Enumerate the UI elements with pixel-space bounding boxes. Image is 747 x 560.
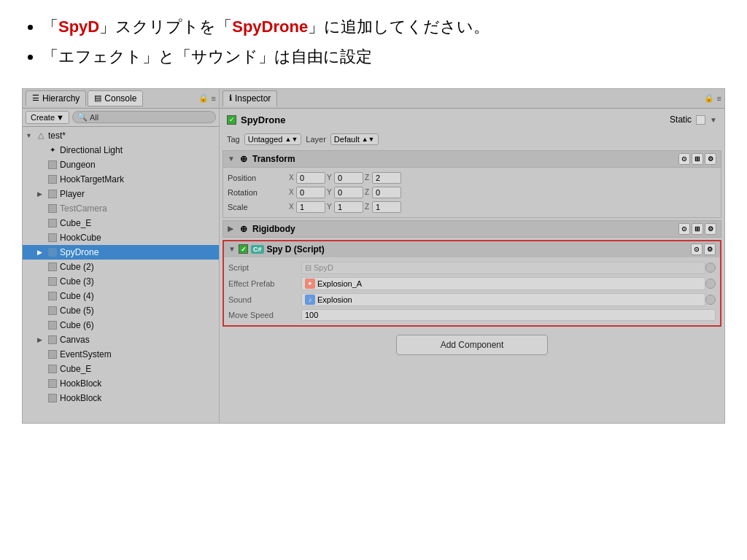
object-icon	[47, 335, 58, 345]
transform-grid-button[interactable]: ⊞	[692, 153, 703, 165]
scale-y[interactable]: 1	[334, 201, 363, 213]
list-item[interactable]: HookBlock	[23, 391, 219, 405]
rotation-values: X 0 Y 0 Z 0	[289, 187, 716, 198]
script-circle-sound[interactable]	[705, 295, 716, 305]
rigidbody-title: Rigidbody	[252, 224, 295, 234]
rigidbody-ref-button[interactable]: ⊙	[678, 223, 690, 235]
cube-icon	[47, 218, 58, 228]
menu-icon: ≡	[717, 94, 721, 103]
list-item[interactable]: Cube (4)	[23, 289, 219, 303]
scale-values: X 1 Y 1 Z 1	[289, 201, 716, 213]
script-title: Spy D (Script)	[267, 244, 325, 254]
script-ref-button[interactable]: ⊙	[691, 244, 703, 255]
list-item[interactable]: ✦ Directional Light	[23, 143, 219, 158]
object-icon	[47, 174, 58, 184]
script-field-effect: Effect Prefab ✦ Explosion_A	[228, 276, 716, 292]
script-field-movespeed: Move Speed 100	[228, 308, 716, 322]
rigidbody-header[interactable]: ▶ ⊕ Rigidbody ⊙ ⊞ ⚙	[222, 220, 721, 238]
tab-console[interactable]: ▤ Console	[88, 90, 143, 106]
script-circle-script[interactable]	[705, 262, 716, 273]
search-box[interactable]: 🔍 All	[72, 111, 216, 123]
script-header[interactable]: ▼ ✓ C# Spy D (Script) ⊙ ⚙	[224, 241, 720, 257]
layer-dropdown-arrow: ▲▼	[362, 136, 375, 143]
position-x[interactable]: 0	[296, 172, 325, 184]
instruction-line2: 「エフェクト」と「サウンド」は自由に設定	[42, 43, 725, 70]
list-item[interactable]: Cube (3)	[23, 274, 219, 289]
position-values: X 0 Y 0 Z 2	[289, 172, 716, 184]
unity-editor: ☰ Hierarchy ▤ Console 🔒 ≡ Create ▼ 🔍 All	[22, 88, 725, 424]
cube-icon	[47, 393, 58, 403]
cube-icon	[47, 306, 58, 316]
transform-buttons: ⊙ ⊞ ⚙	[678, 153, 716, 165]
list-item[interactable]: Cube_E	[23, 216, 219, 230]
rigidbody-grid-button[interactable]: ⊞	[692, 223, 703, 235]
list-item[interactable]: EventSystem	[23, 347, 219, 362]
list-item-spydrone[interactable]: ▶ SpyDrone	[23, 245, 219, 260]
object-icon	[47, 160, 58, 170]
list-item[interactable]: HookTargetMark	[23, 172, 219, 187]
list-item[interactable]: Cube (6)	[23, 318, 219, 332]
list-item[interactable]: Cube (2)	[23, 260, 219, 274]
static-checkbox[interactable]	[696, 115, 705, 125]
layer-dropdown[interactable]: Default ▲▼	[330, 133, 379, 145]
tab-bar-right-controls: 🔒 ≡	[198, 93, 216, 103]
list-item[interactable]: Cube (5)	[23, 303, 219, 318]
rigidbody-gear-button[interactable]: ⚙	[705, 223, 716, 235]
list-item[interactable]: ▼ △ test*	[23, 128, 219, 143]
list-item[interactable]: HookBlock	[23, 376, 219, 391]
transform-gear-button[interactable]: ⚙	[705, 153, 716, 165]
object-icon	[47, 349, 58, 359]
inspector-content: ✓ SpyDrone Static ▼ Tag Untagged ▲▼ Laye…	[220, 109, 724, 423]
script-value-sound[interactable]: ♪ Explosion	[301, 293, 705, 306]
rotation-z[interactable]: 0	[372, 187, 401, 198]
tab-console-label: Console	[104, 93, 136, 104]
cube-icon	[47, 262, 58, 272]
transform-ref-button[interactable]: ⊙	[678, 153, 690, 165]
tab-inspector[interactable]: ℹ Inspector	[222, 90, 277, 106]
rotation-label: Rotation	[228, 188, 286, 197]
script-value-movespeed[interactable]: 100	[301, 309, 716, 321]
create-button[interactable]: Create ▼	[26, 111, 69, 124]
rotation-y[interactable]: 0	[334, 187, 363, 198]
tag-dropdown[interactable]: Untagged ▲▼	[244, 133, 302, 145]
static-label: Static	[670, 114, 692, 125]
rotation-x[interactable]: 0	[296, 187, 325, 198]
tag-dropdown-arrow: ▲▼	[285, 136, 298, 143]
menu-icon: ≡	[212, 94, 216, 103]
scale-z[interactable]: 1	[372, 201, 401, 213]
info-icon: ℹ	[229, 93, 232, 103]
script-circle-effect[interactable]	[705, 279, 716, 289]
rigidbody-buttons: ⊙ ⊞ ⚙	[678, 223, 716, 235]
search-icon: 🔍	[77, 112, 88, 122]
transform-title: Transform	[252, 154, 295, 164]
list-item[interactable]: TestCamera	[23, 201, 219, 216]
scale-x[interactable]: 1	[296, 201, 325, 213]
cube-icon	[47, 364, 58, 374]
expand-arrow-icon: ▶	[37, 336, 46, 343]
cube-icon	[47, 378, 58, 389]
list-item[interactable]: Cube_E	[23, 362, 219, 376]
tag-label: Tag	[227, 135, 240, 144]
tab-inspector-label: Inspector	[235, 93, 271, 104]
script-gear-button[interactable]: ⚙	[704, 244, 716, 255]
position-y[interactable]: 0	[334, 172, 363, 184]
list-item[interactable]: ▶ Canvas	[23, 332, 219, 347]
static-dropdown-arrow[interactable]: ▼	[710, 116, 717, 124]
arrow-icon: ▼	[26, 132, 34, 139]
script-component-spyd: ▼ ✓ C# Spy D (Script) ⊙ ⚙ Script ⊟	[222, 240, 721, 327]
cube-icon	[47, 320, 58, 330]
list-item[interactable]: ▶ Player	[23, 187, 219, 201]
list-item[interactable]: Dungeon	[23, 158, 219, 172]
position-z[interactable]: 2	[372, 172, 401, 184]
script-value-effect[interactable]: ✦ Explosion_A	[301, 277, 705, 290]
active-checkbox[interactable]: ✓	[227, 115, 236, 125]
cs-badge: C#	[251, 245, 264, 254]
create-arrow-icon: ▼	[56, 113, 64, 122]
add-component-button[interactable]: Add Component	[396, 335, 549, 355]
transform-header[interactable]: ▼ ⊕ Transform ⊙ ⊞ ⚙	[222, 150, 721, 168]
script-active-checkbox[interactable]: ✓	[239, 244, 248, 254]
transform-fields: Position X 0 Y 0 Z 2 Rotation	[222, 168, 721, 218]
rigidbody-arrow-icon: ▶	[228, 225, 235, 233]
tab-hierarchy[interactable]: ☰ Hierarchy	[26, 90, 86, 106]
list-item[interactable]: HookCube	[23, 230, 219, 245]
